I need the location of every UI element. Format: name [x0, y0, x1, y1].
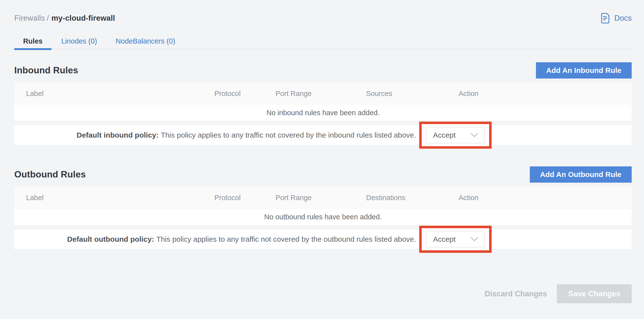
outbound-empty-row: No outbound rules have been added. [14, 209, 632, 225]
page-title: my-cloud-firewall [52, 14, 115, 22]
chevron-down-icon [470, 133, 478, 138]
column-protocol: Protocol [214, 194, 276, 202]
inbound-policy-text: Default inbound policy:This policy appli… [76, 131, 416, 139]
outbound-policy-label: Default outbound policy: [67, 235, 154, 243]
footer-actions: Discard Changes Save Changes [14, 284, 632, 303]
outbound-rules-title: Outbound Rules [14, 169, 86, 180]
column-label: Label [14, 194, 214, 202]
column-destinations: Destinations [366, 194, 459, 202]
docs-icon [600, 13, 610, 24]
outbound-policy-selected-value: Accept [433, 235, 456, 244]
topbar: Firewalls/my-cloud-firewall Docs [14, 11, 632, 25]
inbound-table-header: Label Protocol Port Range Sources Action [14, 82, 632, 105]
add-outbound-rule-button[interactable]: Add An Outbound Rule [530, 166, 632, 183]
inbound-empty-row: No inbound rules have been added. [14, 105, 632, 121]
discard-changes-button[interactable]: Discard Changes [485, 290, 547, 298]
column-label: Label [14, 90, 214, 98]
column-action: Action [459, 194, 632, 202]
outbound-policy-row: Default outbound policy:This policy appl… [14, 229, 632, 249]
save-changes-button[interactable]: Save Changes [557, 284, 632, 303]
column-action: Action [459, 90, 632, 98]
column-port-range: Port Range [276, 90, 366, 98]
inbound-section-header: Inbound Rules Add An Inbound Rule [14, 62, 632, 78]
outbound-policy-highlight-box: Accept [419, 226, 492, 253]
docs-link-label: Docs [614, 14, 632, 23]
outbound-section-header: Outbound Rules Add An Outbound Rule [14, 166, 632, 183]
tab-linodes[interactable]: Linodes (0) [52, 34, 106, 49]
tab-nodebalancers[interactable]: NodeBalancers (0) [107, 34, 184, 49]
breadcrumb: Firewalls/my-cloud-firewall [14, 14, 115, 23]
docs-link[interactable]: Docs [600, 13, 632, 24]
breadcrumb-separator: / [47, 14, 49, 22]
inbound-rules-title: Inbound Rules [14, 65, 78, 76]
inbound-policy-label: Default inbound policy: [76, 131, 158, 139]
inbound-empty-message: No inbound rules have been added. [266, 109, 380, 117]
outbound-policy-select[interactable]: Accept [426, 231, 485, 247]
inbound-policy-row: Default inbound policy:This policy appli… [14, 125, 632, 145]
chevron-down-icon [470, 237, 478, 242]
tab-rules[interactable]: Rules [14, 34, 52, 49]
outbound-policy-text: Default outbound policy:This policy appl… [67, 235, 416, 244]
column-protocol: Protocol [214, 90, 276, 98]
add-inbound-rule-button[interactable]: Add An Inbound Rule [536, 62, 632, 78]
outbound-empty-message: No outbound rules have been added. [264, 213, 382, 221]
inbound-policy-description: This policy applies to any traffic not c… [161, 131, 416, 139]
outbound-table-header: Label Protocol Port Range Destinations A… [14, 186, 632, 209]
outbound-policy-description: This policy applies to any traffic not c… [156, 235, 416, 243]
tab-bar: Rules Linodes (0) NodeBalancers (0) [14, 34, 632, 50]
inbound-policy-select[interactable]: Accept [426, 127, 485, 143]
column-sources: Sources [366, 90, 459, 98]
outbound-rules-table: Label Protocol Port Range Destinations A… [14, 186, 632, 249]
column-port-range: Port Range [276, 194, 366, 202]
inbound-rules-table: Label Protocol Port Range Sources Action… [14, 82, 632, 145]
inbound-policy-selected-value: Accept [433, 131, 456, 139]
firewall-detail-page: Firewalls/my-cloud-firewall Docs Rules L… [0, 11, 644, 303]
inbound-policy-highlight-box: Accept [419, 122, 492, 149]
breadcrumb-firewalls-link[interactable]: Firewalls [14, 14, 45, 22]
